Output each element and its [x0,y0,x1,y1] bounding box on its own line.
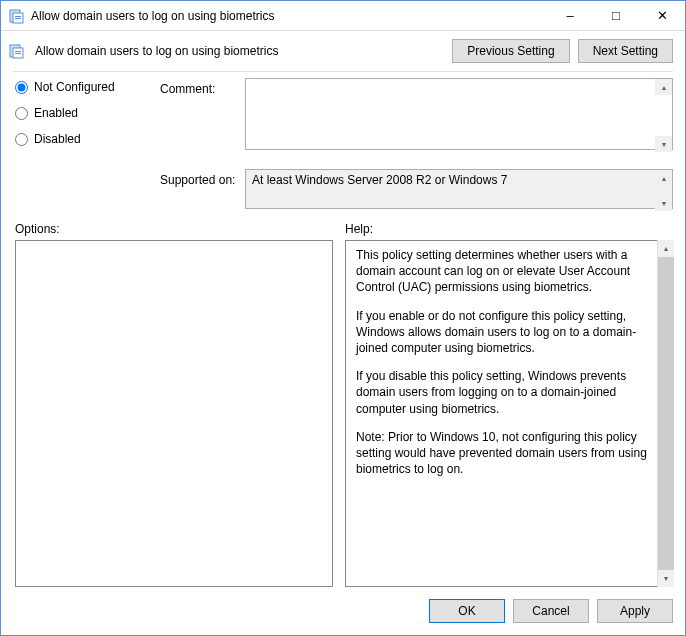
supported-on-label: Supported on: [160,169,245,187]
window-title: Allow domain users to log on using biome… [31,9,547,23]
comment-field[interactable] [245,78,673,150]
help-scrollbar[interactable]: ▴ ▾ [657,240,674,587]
help-panel-outer: This policy setting determines whether u… [345,240,673,587]
window-buttons: – □ ✕ [547,1,685,30]
policy-icon [9,8,25,24]
supported-spinner: ▴ ▾ [655,170,672,211]
comment-spinner: ▴ ▾ [655,79,672,152]
supported-on-field [245,169,673,209]
maximize-button[interactable]: □ [593,1,639,30]
scroll-down-icon[interactable]: ▾ [655,195,672,211]
apply-button[interactable]: Apply [597,599,673,623]
next-setting-button[interactable]: Next Setting [578,39,673,63]
minimize-button[interactable]: – [547,1,593,30]
radio-label: Enabled [34,106,78,120]
radio-disabled-input[interactable] [15,133,28,146]
radio-disabled[interactable]: Disabled [15,132,160,146]
help-paragraph: This policy setting determines whether u… [356,247,648,296]
radio-not-configured[interactable]: Not Configured [15,80,160,94]
options-panel [15,240,333,587]
help-paragraph: If you disable this policy setting, Wind… [356,368,648,417]
header-row: Allow domain users to log on using biome… [1,31,685,71]
svg-rect-6 [15,51,21,52]
dialog-footer: OK Cancel Apply [1,587,685,635]
radio-enabled-input[interactable] [15,107,28,120]
cancel-button[interactable]: Cancel [513,599,589,623]
help-panel: This policy setting determines whether u… [345,240,673,587]
previous-setting-button[interactable]: Previous Setting [452,39,569,63]
comment-label: Comment: [160,78,245,96]
scroll-thumb[interactable] [658,257,674,570]
help-content: This policy setting determines whether u… [356,247,648,477]
scroll-up-icon[interactable]: ▴ [655,170,672,186]
titlebar: Allow domain users to log on using biome… [1,1,685,31]
radio-not-configured-input[interactable] [15,81,28,94]
supported-wrap: ▴ ▾ [245,169,673,212]
nav-buttons: Previous Setting Next Setting [452,39,673,63]
radio-enabled[interactable]: Enabled [15,106,160,120]
form-area: Not Configured Enabled Disabled Comment:… [1,72,685,222]
policy-name: Allow domain users to log on using biome… [35,44,442,58]
ok-button[interactable]: OK [429,599,505,623]
policy-icon [9,43,25,59]
radio-label: Not Configured [34,80,115,94]
scroll-up-icon[interactable]: ▴ [655,79,672,95]
svg-rect-7 [15,53,21,54]
state-radios: Not Configured Enabled Disabled [15,78,160,146]
close-button[interactable]: ✕ [639,1,685,30]
help-paragraph: Note: Prior to Windows 10, not configuri… [356,429,648,478]
svg-rect-3 [15,18,21,19]
panels-labels: Options: Help: [1,222,685,240]
comment-wrap: ▴ ▾ [245,78,673,153]
scroll-down-icon[interactable]: ▾ [658,570,674,587]
panels: This policy setting determines whether u… [1,240,685,587]
help-label: Help: [345,222,373,236]
scroll-down-icon[interactable]: ▾ [655,136,672,152]
scroll-up-icon[interactable]: ▴ [658,240,674,257]
radio-label: Disabled [34,132,81,146]
policy-editor-window: Allow domain users to log on using biome… [0,0,686,636]
svg-rect-2 [15,16,21,17]
help-paragraph: If you enable or do not configure this p… [356,308,648,357]
options-label: Options: [15,222,333,236]
